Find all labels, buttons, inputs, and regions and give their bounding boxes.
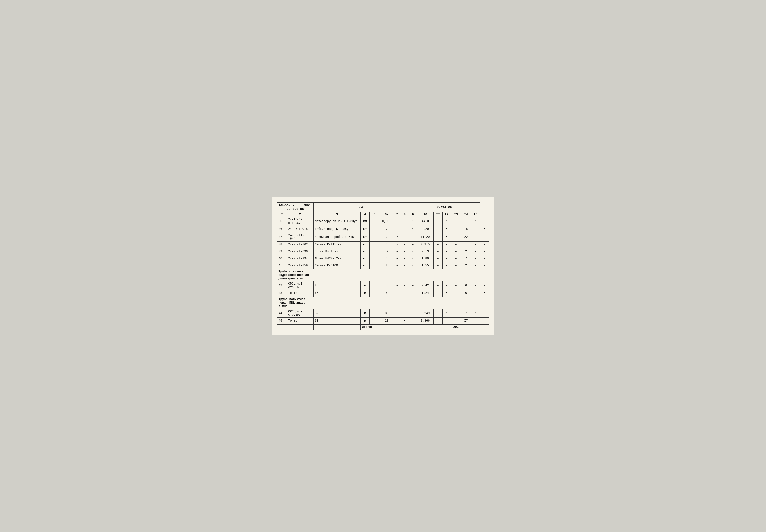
cell-0-7: – — [401, 217, 408, 226]
cell-0-2: Металлорукав РЗЦХ-Ш-33уз — [313, 217, 361, 226]
table-body: 35.24-I6-49 п.I-067Металлорукав РЗЦХ-Ш-3… — [277, 217, 489, 330]
col-header-11: II — [433, 212, 442, 217]
cell-8-14: • — [471, 281, 480, 290]
cell-9-12: – — [451, 290, 461, 297]
cell-4-9: 0,I3 — [417, 248, 434, 255]
cell-5-4 — [370, 255, 380, 262]
col-header-14: I4 — [461, 212, 471, 217]
cell-1-10: – — [433, 226, 442, 233]
cell-4-3: шт — [361, 248, 370, 255]
itogo-row: Итого:202 — [277, 324, 489, 330]
cell-8-4 — [370, 281, 380, 290]
cell-12-2: 63 — [313, 317, 361, 324]
cell-1-15: • — [480, 226, 489, 233]
cell-3-5: 4 — [380, 241, 394, 248]
cell-6-1: 24-05-I-859 — [287, 262, 313, 269]
col-header-9: 9 — [408, 212, 417, 217]
cell-0-9: 44,0 — [417, 217, 434, 226]
col-header-16 — [480, 212, 489, 217]
cell-12-12: – — [451, 317, 461, 324]
cell-3-11: • — [442, 241, 451, 248]
col-header-13: I3 — [451, 212, 461, 217]
cell-1-9: 2,20 — [417, 226, 434, 233]
cell-2-15: – — [480, 233, 489, 241]
cell-9-7: – — [401, 290, 408, 297]
cell-3-7: – — [401, 241, 408, 248]
cell-12-5: 20 — [380, 317, 394, 324]
cell-8-2: 25 — [313, 281, 361, 290]
cell-2-0: 37. — [277, 233, 287, 241]
table-row: 37.24-05-II- -644Клеммная коробка У-615ш… — [277, 233, 489, 241]
cell-3-10: – — [433, 241, 442, 248]
cell-1-6: – — [394, 226, 401, 233]
cell-12-15: = — [480, 317, 489, 324]
cell-6-0: 4I. — [277, 262, 287, 269]
cell-11-11: • — [442, 309, 451, 317]
cell-5-0: 40. — [277, 255, 287, 262]
cell-3-3: шт — [361, 241, 370, 248]
cell-11-0: 44 — [277, 309, 287, 317]
cell-4-11: • — [442, 248, 451, 255]
cell-12-7: • — [401, 317, 408, 324]
cell-3-0: 38. — [277, 241, 287, 248]
cell-5-8: • — [408, 255, 417, 262]
itogo-value: 202 — [451, 324, 461, 330]
cell-0-1: 24-I6-49 п.I-067 — [287, 217, 313, 226]
cell-3-14: • — [471, 241, 480, 248]
cell-2-4 — [370, 233, 380, 241]
table-row: 38.24-05-I-862Стойка К-II5Iузшт4•––0,3I5… — [277, 241, 489, 248]
cell-1-8: • — [408, 226, 417, 233]
cell-2-14: – — [471, 233, 480, 241]
cell-9-14: – — [471, 290, 480, 297]
table-row: 39.24-05-I-696Полка К-II6узштI2––•0,I3–•… — [277, 248, 489, 255]
table-row: 45То же63м20–•–0,866–=–I7–= — [277, 317, 489, 324]
cell-5-3: шт — [361, 255, 370, 262]
cell-12-3: м — [361, 317, 370, 324]
col-header-3: 3 — [313, 212, 361, 217]
itogo-empty-2 — [313, 324, 361, 330]
cell-2-1: 24-05-II- -644 — [287, 233, 313, 241]
cell-5-2: Лоток НЛ20-Л2уз — [313, 255, 361, 262]
cell-4-7: – — [401, 248, 408, 255]
cell-0-5: 0,005 — [380, 217, 394, 226]
cell-6-13: 2 — [461, 262, 471, 269]
center-num: -73- — [357, 205, 365, 209]
cell-12-1: То же — [287, 317, 313, 324]
cell-8-15: – — [480, 281, 489, 290]
cell-1-14: – — [471, 226, 480, 233]
cell-11-1: СРСЦ ч.У стр.297 — [287, 309, 313, 317]
cell-6-7: – — [401, 262, 408, 269]
cell-11-10: – — [433, 309, 442, 317]
cell-8-1: СРСЦ ч.I стр.66 — [287, 281, 313, 290]
cell-5-7: – — [401, 255, 408, 262]
cell-6-11: • — [442, 262, 451, 269]
cell-2-13: 22 — [461, 233, 471, 241]
col-header-1: I — [277, 212, 287, 217]
col-header-8: 8 — [401, 212, 408, 217]
itogo-empty-0 — [277, 324, 287, 330]
col-header-12: I2 — [442, 212, 451, 217]
table-row: 44СРСЦ ч.У стр.29732м30–––0,249–•–7•– — [277, 309, 489, 317]
table-row: 35.24-I6-49 п.I-067Металлорукав РЗЦХ-Ш-3… — [277, 217, 489, 226]
cell-9-11: • — [442, 290, 451, 297]
cell-11-3: м — [361, 309, 370, 317]
cell-6-14: – — [471, 262, 480, 269]
cell-11-8: – — [408, 309, 417, 317]
cell-6-2: Стойка К-3IОМ — [313, 262, 361, 269]
center-num-cell: -73- — [313, 202, 408, 212]
cell-3-8: – — [408, 241, 417, 248]
cell-9-0: 43 — [277, 290, 287, 297]
cell-1-3: шт — [361, 226, 370, 233]
cell-3-6: • — [394, 241, 401, 248]
cell-4-1: 24-05-I-696 — [287, 248, 313, 255]
cell-0-11: • — [442, 217, 451, 226]
cell-4-12: – — [451, 248, 461, 255]
cell-1-5: 7 — [380, 226, 394, 233]
cell-11-4 — [370, 309, 380, 317]
cell-11-12: – — [451, 309, 461, 317]
cell-0-12: – — [451, 217, 461, 226]
itogo-end-0 — [461, 324, 471, 330]
cell-2-3: шт — [361, 233, 370, 241]
cell-8-11: • — [442, 281, 451, 290]
cell-11-9: 0,249 — [417, 309, 434, 317]
